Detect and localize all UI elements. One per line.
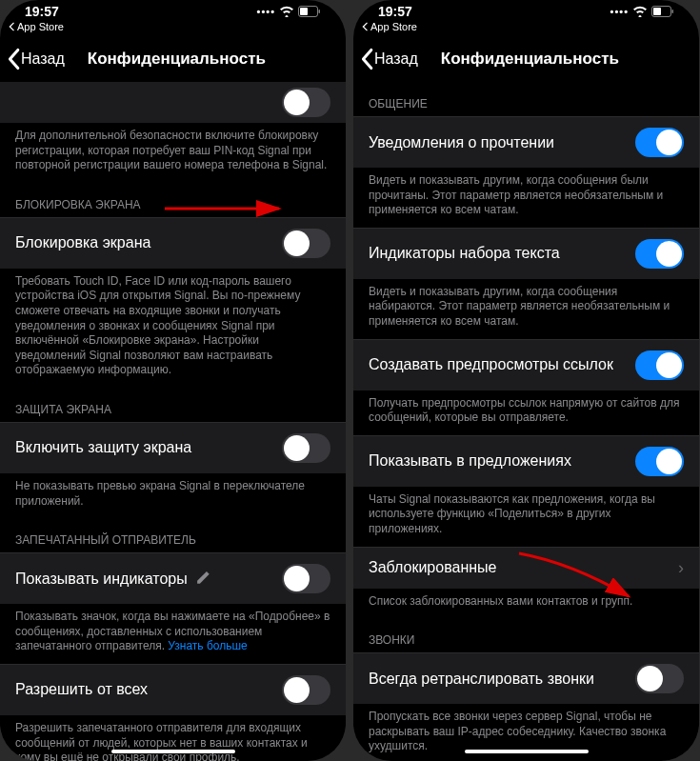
- battery-icon: [651, 6, 674, 17]
- relay-calls-label: Всегда ретранслировать звонки: [369, 671, 635, 688]
- chevron-left-icon: [361, 22, 369, 31]
- allow-all-label: Разрешить от всех: [15, 681, 282, 698]
- status-icons: ••••: [257, 6, 321, 17]
- chevron-left-icon: [8, 22, 15, 31]
- read-receipts-desc: Видеть и показывать другим, когда сообще…: [353, 168, 699, 228]
- section-header-screen-security: ЗАЩИТА ЭКРАНА: [0, 388, 346, 422]
- read-receipts-toggle[interactable]: [635, 128, 684, 157]
- allow-all-desc: Разрешить запечатанного отправителя для …: [0, 715, 346, 761]
- chevron-right-icon: ›: [672, 558, 684, 578]
- allow-all-row[interactable]: Разрешить от всех: [0, 664, 346, 715]
- back-button[interactable]: Назад: [359, 48, 418, 70]
- battery-icon: [298, 6, 321, 17]
- section-header-calls: ЗВОНКИ: [353, 618, 699, 652]
- registration-lock-toggle[interactable]: [282, 88, 330, 117]
- settings-content: ОБЩЕНИЕ Уведомления о прочтении Видеть и…: [353, 82, 699, 761]
- suggestions-desc: Чаты Signal показываются как предложения…: [353, 487, 699, 547]
- indicators-label-text: Показывать индикаторы: [15, 571, 188, 587]
- read-receipts-row[interactable]: Уведомления о прочтении: [353, 116, 699, 168]
- intro-desc: Для дополнительной безопасности включите…: [0, 123, 346, 183]
- typing-indicators-toggle[interactable]: [635, 239, 684, 269]
- status-bar: 19:57 ••••: [353, 0, 699, 19]
- suggestions-toggle[interactable]: [635, 447, 684, 476]
- typing-indicators-label: Индикаторы набора текста: [369, 245, 635, 262]
- wifi-icon: [279, 6, 294, 17]
- section-header-screen-lock: БЛОКИРОВКА ЭКРАНА: [0, 183, 346, 217]
- svg-rect-1: [300, 8, 308, 15]
- app-store-label: App Store: [370, 21, 417, 32]
- suggestions-label: Показывать в предложениях: [369, 452, 635, 470]
- page-title: Конфиденциальность: [441, 50, 619, 69]
- status-bar: 19:57 ••••: [0, 0, 346, 19]
- home-indicator[interactable]: [465, 750, 589, 753]
- allow-all-toggle[interactable]: [282, 675, 330, 705]
- signal-strength-icon: ••••: [610, 6, 629, 17]
- signal-strength-icon: ••••: [257, 6, 275, 17]
- blocked-desc: Список заблокированных вами контактов и …: [353, 589, 699, 619]
- typing-indicators-desc: Видеть и показывать другим, когда сообще…: [353, 279, 699, 339]
- section-header-communication: ОБЩЕНИЕ: [353, 82, 699, 116]
- back-label: Назад: [21, 50, 65, 68]
- learn-more-link[interactable]: Узнать больше: [168, 639, 247, 652]
- wifi-icon: [632, 6, 648, 17]
- screen-security-label: Включить защиту экрана: [15, 439, 282, 456]
- indicators-toggle[interactable]: [282, 564, 330, 593]
- link-previews-desc: Получать предпросмотры ссылок напрямую о…: [353, 391, 699, 435]
- screen-security-desc: Не показывать превью экрана Signal в пер…: [0, 473, 346, 518]
- screen-lock-toggle[interactable]: [282, 229, 330, 258]
- section-header-sealed-sender: ЗАПЕЧАТАННЫЙ ОТПРАВИТЕЛЬ: [0, 518, 346, 552]
- nav-bar: Назад Конфиденциальность: [0, 34, 346, 82]
- phone-left: 19:57 •••• App Store Назад Конфиденциаль…: [0, 0, 346, 761]
- typing-indicators-row[interactable]: Индикаторы набора текста: [353, 228, 699, 279]
- relay-calls-row[interactable]: Всегда ретранслировать звонки: [353, 652, 699, 704]
- blocked-row[interactable]: Заблокированные ›: [353, 547, 699, 589]
- partial-toggle-row: [0, 82, 346, 123]
- chevron-left-icon: [6, 48, 21, 70]
- indicators-label: Показывать индикаторы: [15, 571, 282, 588]
- svg-rect-5: [672, 10, 674, 13]
- phone-right: 19:57 •••• App Store Назад Конфиденциаль…: [353, 0, 699, 761]
- app-store-label: App Store: [17, 21, 64, 32]
- link-previews-row[interactable]: Создавать предпросмотры ссылок: [353, 339, 699, 391]
- suggestions-row[interactable]: Показывать в предложениях: [353, 435, 699, 487]
- envelope-icon: [197, 571, 210, 584]
- link-previews-toggle[interactable]: [635, 350, 684, 380]
- read-receipts-label: Уведомления о прочтении: [369, 134, 635, 151]
- app-store-back[interactable]: App Store: [0, 19, 346, 34]
- screen-security-toggle[interactable]: [282, 433, 330, 463]
- indicators-desc: Показывать значок, когда вы нажимаете на…: [0, 604, 346, 664]
- status-time: 19:57: [378, 4, 412, 19]
- page-title: Конфиденциальность: [88, 50, 266, 69]
- status-time: 19:57: [25, 4, 59, 19]
- svg-rect-2: [319, 10, 321, 13]
- svg-rect-4: [653, 8, 661, 15]
- app-store-back[interactable]: App Store: [353, 19, 699, 34]
- back-button[interactable]: Назад: [6, 48, 65, 70]
- nav-bar: Назад Конфиденциальность: [353, 34, 699, 82]
- screen-lock-label: Блокировка экрана: [15, 234, 282, 251]
- relay-calls-toggle[interactable]: [635, 664, 684, 693]
- screen-lock-row[interactable]: Блокировка экрана: [0, 217, 346, 269]
- indicators-row[interactable]: Показывать индикаторы: [0, 552, 346, 604]
- status-icons: ••••: [610, 6, 674, 17]
- screen-security-row[interactable]: Включить защиту экрана: [0, 422, 346, 473]
- back-label: Назад: [374, 50, 418, 68]
- screen-lock-desc: Требовать Touch ID, Face ID или код-паро…: [0, 269, 346, 388]
- link-previews-label: Создавать предпросмотры ссылок: [369, 356, 635, 373]
- settings-content: Для дополнительной безопасности включите…: [0, 82, 346, 761]
- blocked-label: Заблокированные: [369, 559, 672, 576]
- chevron-left-icon: [359, 48, 374, 70]
- home-indicator[interactable]: [111, 750, 235, 753]
